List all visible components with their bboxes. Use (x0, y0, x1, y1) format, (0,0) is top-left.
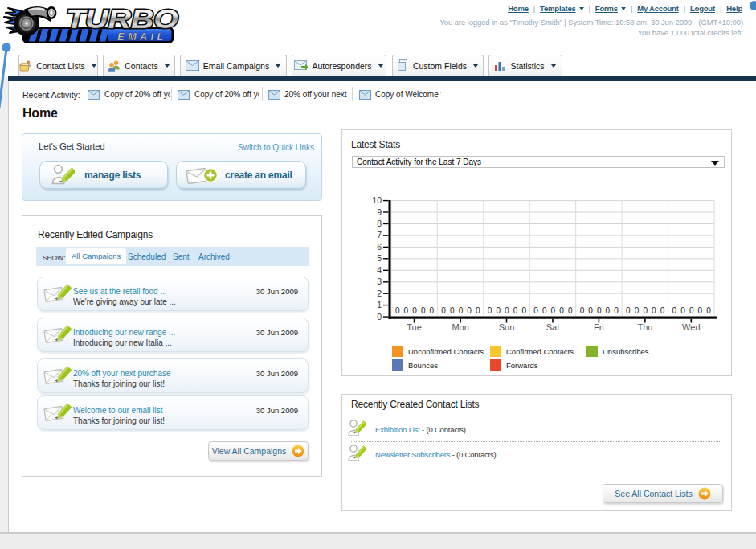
svg-text:6: 6 (377, 242, 382, 252)
svg-text:0: 0 (377, 312, 382, 322)
svg-text:0: 0 (689, 306, 694, 315)
svg-text:Bounces: Bounces (408, 361, 438, 370)
svg-text:0: 0 (476, 306, 480, 315)
svg-text:0: 0 (412, 306, 417, 315)
svg-text:Thu: Thu (637, 322, 652, 332)
svg-text:Wed: Wed (682, 322, 700, 332)
svg-text:5: 5 (377, 253, 382, 263)
svg-text:0: 0 (597, 306, 602, 315)
svg-text:0: 0 (660, 306, 665, 315)
svg-text:0: 0 (606, 306, 611, 315)
svg-text:0: 0 (395, 306, 400, 315)
svg-text:0: 0 (542, 306, 547, 315)
svg-text:0: 0 (521, 306, 526, 315)
svg-text:9: 9 (377, 207, 382, 217)
svg-text:4: 4 (377, 265, 382, 275)
svg-text:0: 0 (430, 306, 435, 315)
svg-text:10: 10 (372, 195, 382, 205)
svg-text:0: 0 (533, 306, 538, 315)
svg-text:0: 0 (488, 306, 492, 315)
svg-text:Forwards: Forwards (506, 361, 538, 370)
svg-text:0: 0 (643, 306, 648, 315)
svg-text:0: 0 (706, 306, 711, 315)
svg-text:0: 0 (698, 306, 703, 315)
svg-text:TURBO: TURBO (66, 4, 178, 34)
svg-text:0: 0 (568, 306, 573, 315)
svg-text:0: 0 (680, 306, 685, 315)
svg-text:0: 0 (467, 306, 472, 315)
svg-text:0: 0 (614, 306, 619, 315)
svg-text:0: 0 (559, 306, 564, 315)
svg-text:0: 0 (404, 306, 409, 315)
svg-text:0: 0 (580, 306, 585, 315)
svg-text:0: 0 (635, 306, 640, 315)
svg-text:Sat: Sat (546, 322, 560, 332)
svg-text:Sun: Sun (499, 322, 515, 332)
svg-text:0: 0 (497, 306, 501, 315)
svg-text:3: 3 (377, 277, 382, 286)
svg-text:0: 0 (588, 306, 593, 315)
svg-text:8: 8 (377, 219, 382, 228)
svg-text:Unconfirmed Contacts: Unconfirmed Contacts (408, 347, 484, 356)
svg-text:Unsubscribes: Unsubscribes (603, 347, 649, 356)
svg-text:Mon: Mon (452, 322, 468, 332)
svg-text:Confirmed Contacts: Confirmed Contacts (506, 347, 574, 356)
svg-text:7: 7 (377, 230, 382, 240)
svg-text:0: 0 (505, 306, 509, 315)
svg-text:0: 0 (626, 306, 631, 315)
svg-text:0: 0 (652, 306, 656, 315)
svg-text:0: 0 (672, 306, 677, 315)
svg-text:Fri: Fri (594, 322, 604, 332)
svg-text:0: 0 (421, 306, 426, 315)
svg-text:0: 0 (441, 306, 446, 315)
svg-text:2: 2 (377, 289, 382, 298)
svg-text:0: 0 (459, 306, 464, 315)
svg-text:0: 0 (551, 306, 556, 315)
svg-text:0: 0 (513, 306, 518, 315)
svg-text:1: 1 (377, 300, 382, 309)
svg-text:0: 0 (450, 306, 455, 315)
svg-text:Tue: Tue (407, 322, 422, 332)
